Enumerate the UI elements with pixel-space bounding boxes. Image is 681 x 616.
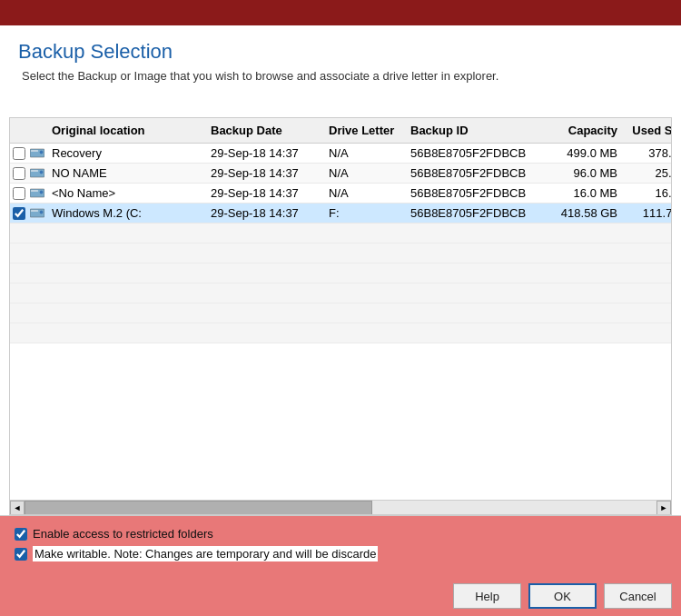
row-select-checkbox[interactable] [13, 147, 25, 160]
disk-icon [30, 168, 44, 179]
cell-used-space: 16.0 MB [623, 184, 671, 202]
cell-location: Windows M.2 (C: [46, 204, 205, 222]
col-header-location: Original location [46, 122, 205, 139]
table-row[interactable]: <No Name>29-Sep-18 14:37N/A56B8E8705F2FD… [10, 184, 671, 204]
cell-used-space: 25.1 MB [623, 164, 671, 182]
cell-date: 29-Sep-18 14:37 [205, 184, 323, 202]
checkbox-row-2: Make writable. Note: Changes are tempora… [15, 546, 666, 561]
table-container: Original location Backup Date Drive Lett… [9, 117, 672, 515]
col-header-drive: Drive Letter [323, 122, 405, 139]
cell-drive: N/A [323, 184, 405, 202]
row-checkbox-cell [10, 167, 28, 180]
disk-icon [30, 208, 44, 219]
cell-backup-id: 56B8E8705F2FDBCB [405, 204, 546, 222]
cell-capacity: 96.0 MB [546, 164, 623, 182]
svg-rect-5 [40, 171, 43, 174]
enable-access-label: Enable access to restricted folders [33, 527, 213, 541]
row-select-checkbox[interactable] [13, 187, 25, 200]
scroll-left-button[interactable]: ◄ [10, 501, 25, 515]
svg-rect-10 [31, 210, 38, 212]
disk-icon [30, 148, 44, 159]
table-row-empty [10, 303, 671, 323]
svg-rect-2 [40, 151, 43, 154]
header-checkbox-spacer [10, 122, 28, 139]
make-writable-checkbox[interactable] [15, 548, 27, 561]
row-checkbox-cell [10, 207, 28, 220]
svg-rect-8 [40, 191, 43, 194]
table-row-empty [10, 224, 671, 243]
table-row-empty [10, 283, 671, 303]
cell-backup-id: 56B8E8705F2FDBCB [405, 164, 546, 182]
cell-date: 29-Sep-18 14:37 [205, 164, 323, 182]
make-writable-label: Make writable. Note: Changes are tempora… [33, 546, 378, 561]
title-bar [0, 0, 681, 25]
table-row-empty [10, 243, 671, 263]
table-row-empty [10, 323, 671, 343]
col-header-capacity: Capacity [546, 122, 623, 139]
dialog-subtitle: Select the Backup or Image that you wish… [18, 69, 663, 83]
scroll-thumb[interactable] [25, 501, 372, 515]
svg-rect-4 [31, 170, 38, 172]
col-header-used-space: Used Space [623, 122, 672, 139]
disk-icon [30, 188, 44, 199]
table-row-empty [10, 263, 671, 283]
svg-rect-11 [40, 211, 43, 214]
cell-capacity: 418.58 GB [546, 204, 623, 222]
enable-access-checkbox[interactable] [15, 528, 27, 541]
cell-date: 29-Sep-18 14:37 [205, 204, 323, 222]
cell-location: NO NAME [46, 164, 205, 182]
cell-capacity: 16.0 MB [546, 184, 623, 202]
cell-drive: F: [323, 204, 405, 222]
col-header-date: Backup Date [205, 122, 323, 139]
footer-section: Enable access to restricted folders Make… [0, 515, 681, 574]
cell-capacity: 499.0 MB [546, 144, 623, 162]
help-button[interactable]: Help [453, 583, 521, 609]
header-icon-spacer [28, 122, 46, 139]
cancel-button[interactable]: Cancel [604, 583, 672, 609]
cell-used-space: 111.73 GB [623, 204, 671, 222]
row-select-checkbox[interactable] [13, 167, 25, 180]
scroll-right-button[interactable]: ► [656, 501, 671, 515]
table-header: Original location Backup Date Drive Lett… [10, 118, 671, 144]
button-row: Help OK Cancel [0, 574, 681, 616]
dialog: Backup Selection Select the Backup or Im… [0, 25, 681, 616]
scroll-track[interactable] [25, 501, 656, 515]
horizontal-scrollbar[interactable]: ◄ ► [10, 500, 671, 514]
checkbox-row-1: Enable access to restricted folders [15, 527, 666, 541]
svg-rect-7 [31, 190, 38, 192]
svg-rect-1 [31, 150, 38, 152]
cell-location: <No Name> [46, 184, 205, 202]
row-select-checkbox[interactable] [13, 207, 25, 220]
row-checkbox-cell [10, 147, 28, 160]
drive-icon [28, 188, 46, 199]
cell-drive: N/A [323, 164, 405, 182]
col-header-backup-id: Backup ID [405, 122, 546, 139]
cell-backup-id: 56B8E8705F2FDBCB [405, 184, 546, 202]
dialog-title: Backup Selection [18, 40, 663, 64]
row-checkbox-cell [10, 187, 28, 200]
dialog-header: Backup Selection Select the Backup or Im… [0, 25, 681, 90]
cell-used-space: 378.4 MB [623, 144, 671, 162]
drive-icon [28, 168, 46, 179]
drive-icon [28, 148, 46, 159]
cell-backup-id: 56B8E8705F2FDBCB [405, 144, 546, 162]
table-body: Recovery29-Sep-18 14:37N/A56B8E8705F2FDB… [10, 144, 671, 500]
cell-drive: N/A [323, 144, 405, 162]
cell-location: Recovery [46, 144, 205, 162]
table-row[interactable]: Windows M.2 (C:29-Sep-18 14:37F:56B8E870… [10, 204, 671, 224]
drive-icon [28, 208, 46, 219]
table-row[interactable]: NO NAME29-Sep-18 14:37N/A56B8E8705F2FDBC… [10, 164, 671, 184]
ok-button[interactable]: OK [528, 583, 597, 609]
cell-date: 29-Sep-18 14:37 [205, 144, 323, 162]
table-row[interactable]: Recovery29-Sep-18 14:37N/A56B8E8705F2FDB… [10, 144, 671, 164]
